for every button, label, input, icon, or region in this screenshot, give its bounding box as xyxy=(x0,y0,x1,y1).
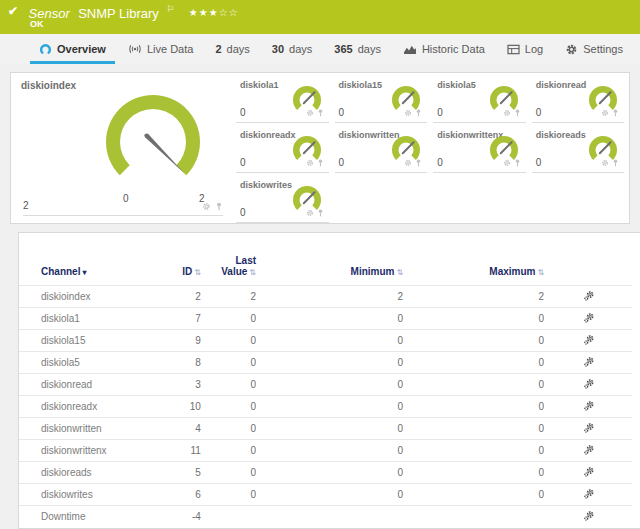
channel-settings-icon[interactable] xyxy=(583,312,595,324)
gauge-settings-icon[interactable] xyxy=(503,109,511,117)
gear-icon xyxy=(565,43,578,56)
gauge-panel[interactable]: diskionreadx 0 xyxy=(233,125,332,175)
gauge-value: 0 xyxy=(339,107,345,118)
gauge-panel[interactable]: diskiola1 0 xyxy=(233,75,332,125)
channel-row[interactable]: diskiola15 9 0 0 0 xyxy=(19,330,632,352)
gauge-panel[interactable]: diskionread 0 xyxy=(529,75,628,125)
channel-name: diskionwrittenx xyxy=(19,440,160,462)
channel-settings-icon[interactable] xyxy=(583,400,595,412)
gauge-value: 0 xyxy=(240,157,246,168)
channel-maximum: 0 xyxy=(405,462,546,484)
channel-id: 5 xyxy=(160,462,203,484)
tab-overview[interactable]: Overview xyxy=(28,34,117,64)
tab-2-days[interactable]: 2 days xyxy=(204,34,260,64)
priority-stars[interactable]: ★★★☆☆ xyxy=(189,7,239,18)
gauge-panel[interactable]: diskioreads 0 xyxy=(529,125,628,175)
sort-icon: ⇅ xyxy=(537,268,544,277)
pin-icon[interactable] xyxy=(317,209,324,217)
pin-icon[interactable] xyxy=(317,159,324,167)
channel-settings-icon[interactable] xyxy=(583,378,595,390)
channel-row[interactable]: diskiola5 8 0 0 0 xyxy=(19,352,632,374)
channel-settings-icon[interactable] xyxy=(583,444,595,456)
table-header-row: Channel▾ ID⇅ Last Value⇅ Minimum⇅ Maximu… xyxy=(19,253,632,286)
column-header-last-value[interactable]: Last Value⇅ xyxy=(203,253,258,286)
pin-icon[interactable] xyxy=(514,159,521,167)
channel-row[interactable]: diskioindex 2 2 2 2 xyxy=(19,286,632,308)
gauge-settings-icon[interactable] xyxy=(601,159,609,167)
pin-icon[interactable] xyxy=(612,159,619,167)
sort-desc-icon: ▾ xyxy=(82,268,86,277)
tab-label: Settings xyxy=(583,43,623,55)
gauge-value: 0 xyxy=(240,107,246,118)
channel-id: 8 xyxy=(160,352,203,374)
channel-settings-icon[interactable] xyxy=(583,510,595,522)
column-header-id[interactable]: ID⇅ xyxy=(160,253,203,286)
tab-label: days xyxy=(358,43,381,55)
channel-minimum xyxy=(258,506,405,528)
gauge-panel[interactable]: diskionwrittenx 0 xyxy=(430,125,529,175)
channel-row[interactable]: diskionwrittenx 11 0 0 0 xyxy=(19,440,632,462)
gauge-settings-icon[interactable] xyxy=(503,159,511,167)
channel-row[interactable]: diskionwritten 4 0 0 0 xyxy=(19,418,632,440)
status-check-icon: ✔ xyxy=(8,4,18,18)
gauge-panel-main[interactable]: diskioindex 0 2 2 xyxy=(11,73,233,223)
gauge-panel[interactable]: diskiowrites 0 xyxy=(233,175,332,225)
flag-icon[interactable]: ⚐ xyxy=(166,4,174,14)
channel-settings-icon[interactable] xyxy=(583,356,595,368)
gauge-settings-icon[interactable] xyxy=(306,159,314,167)
gauge-settings-icon[interactable] xyxy=(306,209,314,217)
column-header-channel[interactable]: Channel▾ xyxy=(19,253,160,286)
channel-maximum: 0 xyxy=(405,418,546,440)
tab-label: Log xyxy=(525,43,543,55)
gauge-value: 0 xyxy=(536,107,542,118)
column-header-minimum[interactable]: Minimum⇅ xyxy=(258,253,405,286)
channel-last-value: 0 xyxy=(203,308,258,330)
gauge-settings-icon[interactable] xyxy=(601,109,609,117)
pin-icon[interactable] xyxy=(612,109,619,117)
channel-settings-icon[interactable] xyxy=(583,334,595,346)
pin-icon[interactable] xyxy=(415,159,422,167)
channel-name: Downtime xyxy=(19,506,160,528)
channel-row[interactable]: diskioreads 5 0 0 0 xyxy=(19,462,632,484)
gauge-panel[interactable]: diskiola5 0 xyxy=(430,75,529,125)
tab-historic-data[interactable]: Historic Data xyxy=(392,34,496,64)
pin-icon[interactable] xyxy=(514,109,521,117)
tab-settings[interactable]: Settings xyxy=(554,34,634,64)
tab-30-days[interactable]: 30 days xyxy=(261,34,324,64)
tab-live-data[interactable]: Live Data xyxy=(117,34,204,64)
gauge-value: 0 xyxy=(437,107,443,118)
gauge-settings-icon[interactable] xyxy=(202,202,211,211)
gauge-value: 0 xyxy=(536,157,542,168)
channel-maximum: 0 xyxy=(405,374,546,396)
channel-row[interactable]: diskiowrites 6 0 0 0 xyxy=(19,484,632,506)
column-header-maximum[interactable]: Maximum⇅ xyxy=(405,253,546,286)
channel-row[interactable]: diskionread 3 0 0 0 xyxy=(19,374,632,396)
pin-icon[interactable] xyxy=(215,202,223,211)
gauge-panel[interactable]: diskiola15 0 xyxy=(332,75,431,125)
channel-last-value: 0 xyxy=(203,440,258,462)
tab-label-number: 365 xyxy=(334,43,352,55)
tab-log[interactable]: Log xyxy=(496,34,554,64)
channel-maximum: 0 xyxy=(405,352,546,374)
channel-settings-icon[interactable] xyxy=(583,466,595,478)
tab-label-number: 30 xyxy=(272,43,284,55)
channel-settings-icon[interactable] xyxy=(583,422,595,434)
channel-minimum: 2 xyxy=(258,286,405,308)
gauge-settings-icon[interactable] xyxy=(306,109,314,117)
pin-icon[interactable] xyxy=(415,109,422,117)
channel-maximum: 0 xyxy=(405,484,546,506)
gauge-settings-icon[interactable] xyxy=(404,109,412,117)
column-label: ID xyxy=(182,266,192,277)
channel-minimum: 0 xyxy=(258,308,405,330)
channel-row[interactable]: diskionreadx 10 0 0 0 xyxy=(19,396,632,418)
channel-row[interactable]: Downtime -4 xyxy=(19,506,632,528)
channel-last-value: 0 xyxy=(203,396,258,418)
channel-row[interactable]: diskiola1 7 0 0 0 xyxy=(19,308,632,330)
channel-settings-icon[interactable] xyxy=(583,488,595,500)
channel-table: Channel▾ ID⇅ Last Value⇅ Minimum⇅ Maximu… xyxy=(19,253,632,528)
tab-365-days[interactable]: 365 days xyxy=(323,34,392,64)
pin-icon[interactable] xyxy=(317,109,324,117)
channel-settings-icon[interactable] xyxy=(583,290,595,302)
gauge-panel[interactable]: diskionwritten 0 xyxy=(332,125,431,175)
gauge-settings-icon[interactable] xyxy=(404,159,412,167)
